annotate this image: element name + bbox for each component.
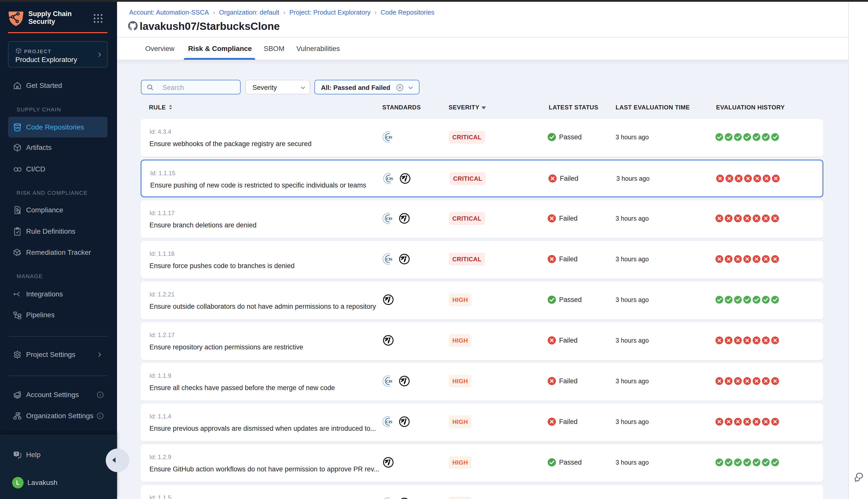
svg-text:?: ? xyxy=(15,452,17,455)
